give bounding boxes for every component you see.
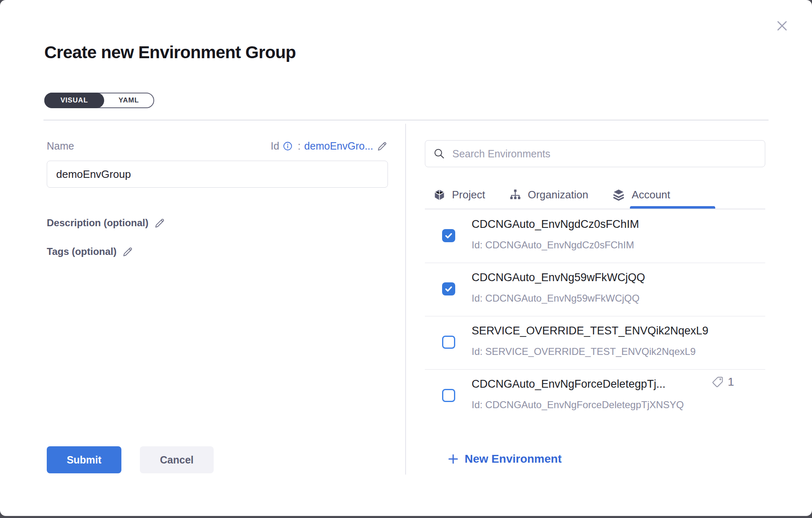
environment-id: Id: CDCNGAuto_EnvNgForceDeletegpTjXNSYQ <box>472 399 684 411</box>
close-button[interactable] <box>775 18 789 33</box>
description-row: Description (optional) <box>47 217 166 229</box>
name-id-row: Name Id : demoEnvGro... <box>47 140 388 152</box>
new-environment-button[interactable]: New Environment <box>447 452 561 466</box>
environment-checkbox[interactable] <box>442 336 455 349</box>
create-environment-group-modal: Create new Environment Group VISUAL YAML… <box>0 0 812 516</box>
info-icon[interactable] <box>283 141 292 151</box>
tab-organization-label: Organization <box>528 189 588 201</box>
tab-organization[interactable]: Organization <box>509 189 588 201</box>
visual-yaml-toggle: VISUAL YAML <box>44 93 154 108</box>
edit-id-pencil-icon[interactable] <box>377 141 388 152</box>
cancel-button[interactable]: Cancel <box>140 446 214 473</box>
environment-checkbox[interactable] <box>442 389 455 402</box>
tabs-divider <box>425 209 765 209</box>
toggle-yaml[interactable]: YAML <box>104 93 153 107</box>
environment-checkbox[interactable] <box>442 282 455 295</box>
columns-divider <box>405 124 406 475</box>
id-label: Id <box>271 140 279 152</box>
tag-icon <box>712 376 724 388</box>
environment-name: SERVICE_OVERRIDE_TEST_ENVQik2NqexL9 <box>472 325 708 337</box>
environment-row[interactable]: CDCNGAuto_EnvNgdCz0sFChIM Id: CDCNGAuto_… <box>425 210 765 263</box>
search-box <box>425 140 765 167</box>
new-environment-label: New Environment <box>465 452 561 466</box>
id-value-link[interactable]: demoEnvGro... <box>304 140 373 152</box>
org-chart-icon <box>509 189 522 201</box>
header-divider <box>43 120 769 120</box>
toggle-visual[interactable]: VISUAL <box>44 93 104 108</box>
layers-icon <box>612 188 625 202</box>
tags-row: Tags (optional) <box>47 246 134 257</box>
environment-row[interactable]: CDCNGAuto_EnvNgForceDeletegpTj... Id: CD… <box>425 370 765 423</box>
tab-project-label: Project <box>452 189 485 201</box>
cube-icon <box>433 189 446 201</box>
name-input[interactable] <box>47 161 388 188</box>
id-group: Id : demoEnvGro... <box>271 140 388 152</box>
close-icon <box>775 18 789 33</box>
tag-badge: 1 <box>712 375 734 388</box>
environment-name: CDCNGAuto_EnvNg59wFkWCjQQ <box>472 271 645 284</box>
environment-row[interactable]: CDCNGAuto_EnvNg59wFkWCjQQ Id: CDCNGAuto_… <box>425 263 765 316</box>
search-environments-input[interactable] <box>452 141 765 166</box>
tab-project[interactable]: Project <box>433 189 485 201</box>
id-colon: : <box>298 140 301 152</box>
name-label: Name <box>47 140 74 152</box>
edit-description-pencil-icon[interactable] <box>154 217 166 229</box>
tab-account[interactable]: Account <box>612 188 670 202</box>
search-icon <box>433 148 445 159</box>
environment-name: CDCNGAuto_EnvNgdCz0sFChIM <box>472 218 639 231</box>
environment-id: Id: CDCNGAuto_EnvNgdCz0sFChIM <box>472 239 634 251</box>
tags-label: Tags (optional) <box>47 246 116 257</box>
page-title: Create new Environment Group <box>44 43 296 62</box>
tag-count: 1 <box>728 375 734 388</box>
scope-tabs: Project Organization Account <box>425 181 765 208</box>
environment-name: CDCNGAuto_EnvNgForceDeletegpTj... <box>472 378 666 391</box>
edit-tags-pencil-icon[interactable] <box>122 246 134 257</box>
submit-button[interactable]: Submit <box>47 446 121 473</box>
environment-row[interactable]: SERVICE_OVERRIDE_TEST_ENVQik2NqexL9 Id: … <box>425 316 765 370</box>
check-icon <box>444 231 454 241</box>
plus-icon <box>447 453 459 465</box>
check-icon <box>444 284 454 294</box>
environment-id: Id: SERVICE_OVERRIDE_TEST_ENVQik2NqexL9 <box>472 346 696 357</box>
tab-account-label: Account <box>632 189 670 201</box>
environment-id: Id: CDCNGAuto_EnvNg59wFkWCjQQ <box>472 293 639 304</box>
environment-checkbox[interactable] <box>442 229 455 242</box>
description-label: Description (optional) <box>47 217 148 229</box>
environment-list: CDCNGAuto_EnvNgdCz0sFChIM Id: CDCNGAuto_… <box>425 210 765 429</box>
